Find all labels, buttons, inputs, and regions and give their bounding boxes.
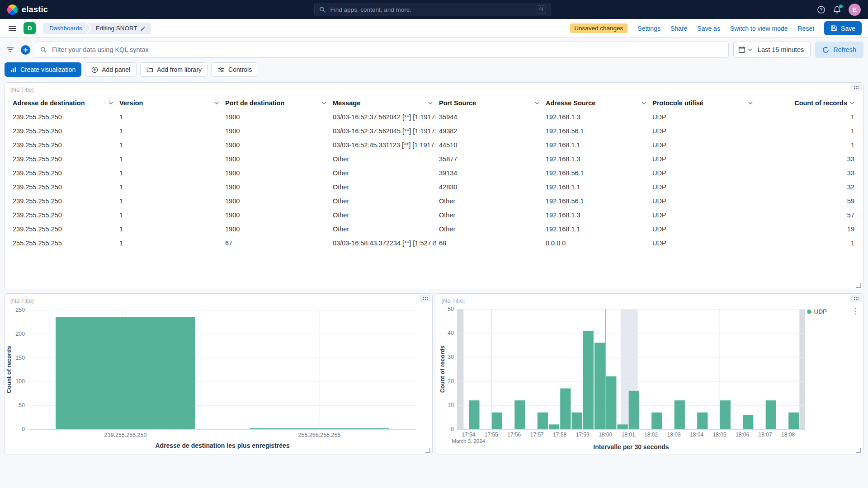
column-header-message[interactable]: Message — [330, 96, 436, 110]
panel-options-handle[interactable] — [420, 295, 431, 302]
svg-text:20: 20 — [448, 378, 454, 385]
elastic-logo-icon — [7, 5, 18, 15]
add-panel-label: Add panel — [102, 66, 130, 73]
user-avatar[interactable]: E — [849, 4, 861, 16]
table-cell: Other — [436, 194, 543, 208]
column-chevron-icon — [322, 102, 326, 104]
breadcrumb-current-page[interactable]: Editing SNORT — [88, 23, 151, 34]
table-cell: 1900 — [222, 124, 330, 138]
controls-button[interactable]: Controls — [212, 62, 258, 77]
column-header-count-of-records[interactable]: Count of records — [756, 96, 858, 110]
table-cell: 03/03-16:52:37.562045 [**] [1:1917: — [330, 124, 436, 138]
kql-input[interactable] — [51, 46, 723, 54]
column-header-protocole-utilis-[interactable]: Protocole utilisé — [650, 96, 756, 110]
menu-hamburger-icon[interactable] — [6, 23, 18, 34]
header-actions: ? E — [817, 4, 861, 16]
column-chevron-icon — [850, 102, 854, 104]
add-filter-button[interactable] — [21, 45, 30, 55]
table-row: 255.255.255.25516703/03-16:58:43.372234 … — [10, 236, 858, 250]
save-button[interactable]: Save — [824, 21, 862, 35]
add-from-library-button[interactable]: Add from library — [140, 62, 208, 77]
add-panel-button[interactable]: Add panel — [85, 62, 137, 77]
share-link[interactable]: Share — [670, 25, 687, 32]
table-cell: UDP — [650, 152, 756, 166]
panel-title[interactable]: [No Title] — [442, 297, 465, 304]
column-label: Message — [333, 99, 360, 107]
bar-17:58:30 — [571, 413, 582, 429]
save-as-link[interactable]: Save as — [697, 25, 720, 32]
panel-resize-handle[interactable] — [856, 448, 861, 453]
column-header-adresse-de-destination[interactable]: Adresse de destination — [10, 96, 117, 110]
filter-icon[interactable] — [5, 44, 16, 56]
create-visualization-button[interactable]: Create visualization — [5, 62, 81, 77]
column-label: Port de destination — [225, 99, 284, 107]
panel-resize-handle[interactable] — [425, 448, 430, 453]
table-cell: 1900 — [222, 222, 330, 236]
table-cell: Other — [330, 208, 436, 222]
table-row: 239.255.255.25011900OtherOther192.168.1.… — [10, 208, 858, 222]
reset-link[interactable]: Reset — [798, 25, 815, 32]
table-cell: 1900 — [222, 194, 330, 208]
table-cell: 03/03-16:58:43.372234 [**] [1:527:8 — [330, 236, 436, 250]
svg-text:18:01: 18:01 — [621, 432, 635, 438]
svg-text:March 3, 2024: March 3, 2024 — [452, 438, 485, 444]
svg-text:255.255.255.255: 255.255.255.255 — [298, 432, 341, 438]
refresh-button[interactable]: Refresh — [815, 42, 863, 58]
table-cell: 239.255.255.250 — [10, 222, 117, 236]
table-cell: 1 — [756, 124, 858, 138]
notification-dot — [839, 5, 843, 8]
notifications-bell-icon[interactable] — [833, 5, 841, 14]
bottom-panels-row: [No Title] 050100150200250239.255.255.25… — [5, 293, 863, 455]
chart-right-svg: 0102030405017:5417:5517:5617:5717:5817:5… — [439, 305, 807, 455]
plus-circle-icon — [91, 66, 98, 73]
table-cell: UDP — [650, 194, 756, 208]
time-range-value[interactable]: Last 15 minutes — [757, 46, 810, 53]
calendar-dropdown-button[interactable] — [734, 42, 757, 57]
help-icon[interactable]: ? — [817, 5, 826, 14]
panel-options-handle[interactable] — [850, 295, 862, 302]
panel-options-handle[interactable] — [850, 84, 862, 91]
legend-actions-icon[interactable]: ⋮ — [850, 308, 861, 314]
column-header-port-source[interactable]: Port Source — [436, 96, 543, 110]
column-header-port-de-destination[interactable]: Port de destination — [222, 96, 330, 110]
bar-18:03:00 — [674, 400, 684, 429]
table-cell: UDP — [650, 166, 756, 180]
legend-swatch — [807, 310, 811, 314]
global-search[interactable]: ^/ — [314, 3, 551, 16]
svg-text:Adresse de destination les plu: Adresse de destination les plus enregist… — [155, 442, 289, 449]
table-cell: 1900 — [222, 166, 330, 180]
panel-resize-handle[interactable] — [856, 283, 861, 288]
dashboard-actions: Unsaved changes Settings Share Save as S… — [570, 21, 862, 35]
table-cell: Other — [330, 152, 436, 166]
table-row: 239.255.255.25011900Other35877192.168.1.… — [10, 152, 858, 166]
table-row: 239.255.255.25011900OtherOther192.168.56… — [10, 194, 858, 208]
table-cell: 49382 — [436, 124, 543, 138]
column-chevron-icon — [535, 102, 539, 104]
panel-title[interactable]: [No Title] — [10, 86, 33, 93]
chart-legend: UDP ⋮ — [807, 305, 862, 455]
column-header-adresse-source[interactable]: Adresse Source — [543, 96, 650, 110]
table-cell: 239.255.255.250 — [10, 138, 117, 152]
panel-title[interactable]: [No Title] — [10, 297, 33, 304]
column-header-version[interactable]: Version — [117, 96, 222, 110]
table-cell: 192.168.1.1 — [543, 138, 650, 152]
table-cell: 1 — [117, 208, 222, 222]
table-row: 239.255.255.25011900Other42830192.168.1.… — [10, 180, 858, 194]
settings-link[interactable]: Settings — [637, 25, 660, 32]
table-cell: 1 — [117, 194, 222, 208]
switch-to-view-mode-link[interactable]: Switch to view mode — [730, 25, 788, 32]
breadcrumb: Dashboards Editing SNORT — [43, 23, 151, 34]
global-search-input[interactable] — [330, 6, 533, 14]
elastic-home-link[interactable]: elastic — [7, 5, 48, 15]
table-cell: UDP — [650, 180, 756, 194]
refresh-icon — [822, 47, 829, 53]
svg-text:18:08: 18:08 — [781, 432, 795, 438]
time-histogram-panel: [No Title] 0102030405017:5417:5517:5617:… — [436, 293, 864, 455]
bar-18:02:00 — [651, 413, 662, 429]
time-range-picker[interactable]: Last 15 minutes — [733, 42, 811, 58]
kql-search-bar[interactable] — [35, 42, 729, 58]
space-avatar[interactable]: D — [24, 22, 36, 34]
column-label: Count of records — [794, 99, 847, 107]
legend-item-udp[interactable]: UDP — [807, 308, 827, 315]
breadcrumb-dashboards[interactable]: Dashboards — [43, 23, 90, 34]
